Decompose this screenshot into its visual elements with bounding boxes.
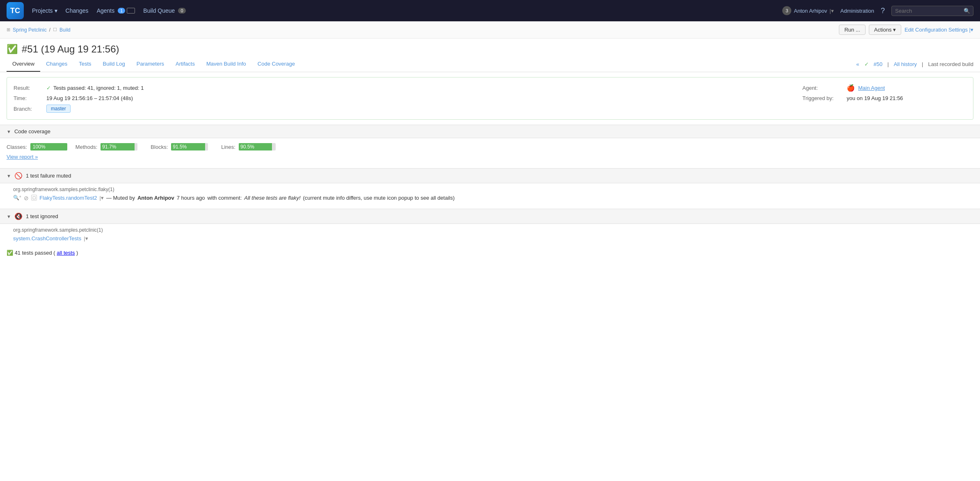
administration-link[interactable]: Administration bbox=[841, 8, 874, 14]
agent-label: Agent: bbox=[802, 85, 843, 91]
result-row: Result: ✓ Tests passed: 41, ignored: 1, … bbox=[14, 82, 966, 93]
coverage-bars: Classes: 100% Methods: 91.7% Blocks: 91.… bbox=[7, 143, 973, 150]
failure-test-link[interactable]: FlakyTests.randomTest2 bbox=[39, 195, 97, 201]
breadcrumb-bar: ⊞ Spring Petclinic / ☐ Build Run ... Act… bbox=[0, 21, 980, 39]
breadcrumb-actions: Run ... Actions ▾ Edit Configuration Set… bbox=[839, 25, 973, 35]
tests-passed-label: tests passed bbox=[22, 250, 52, 256]
project-link[interactable]: Spring Petclinic bbox=[13, 27, 47, 33]
branch-label: Branch: bbox=[14, 106, 46, 112]
ignored-test-dropdown-caret[interactable]: |▾ bbox=[84, 235, 88, 242]
tab-code-coverage[interactable]: Code Coverage bbox=[252, 57, 301, 72]
agents-nav-link[interactable]: Agents 1 bbox=[97, 7, 135, 14]
build-title: #51 (19 Aug 19 21:56) bbox=[22, 43, 119, 55]
ignored-test-link[interactable]: system.CrashControllerTests bbox=[13, 235, 81, 242]
top-navigation: TC Projects ▾ Changes Agents 1 Build Que… bbox=[0, 0, 980, 21]
time-value: 19 Aug 19 21:56:16 – 21:57:04 (48s) bbox=[46, 95, 133, 101]
agent-link[interactable]: Main Agent bbox=[858, 85, 885, 91]
test-ignored-group: org.springframework.samples.petclinic(1)… bbox=[0, 224, 980, 246]
projects-nav-link[interactable]: Projects ▾ bbox=[32, 7, 57, 14]
coverage-section: Classes: 100% Methods: 91.7% Blocks: 91.… bbox=[0, 138, 980, 165]
test-failure-group: org.springframework.samples.petclinic.fl… bbox=[0, 183, 980, 205]
tab-overview[interactable]: Overview bbox=[7, 57, 40, 72]
agent-section: Agent: 🍎 Main Agent bbox=[802, 84, 966, 92]
lines-coverage: Lines: 90.5% bbox=[221, 143, 281, 150]
build-icon: ☐ bbox=[53, 27, 57, 32]
separator-1: | bbox=[887, 61, 889, 67]
test-dropdown-caret[interactable]: |▾ bbox=[100, 195, 104, 201]
triggered-label: Triggered by: bbox=[802, 95, 843, 101]
muted-text: — Muted by bbox=[106, 195, 135, 201]
ignored-test-item: system.CrashControllerTests |▾ bbox=[7, 234, 973, 243]
prev-build-checkmark: ✓ bbox=[864, 61, 869, 67]
triggered-section: Triggered by: you on 19 Aug 19 21:56 bbox=[802, 95, 966, 101]
mute-circle-icon: ⊘ bbox=[24, 195, 29, 201]
methods-bar-fill bbox=[101, 143, 135, 150]
branch-row: Branch: master bbox=[14, 103, 966, 114]
run-button[interactable]: Run ... bbox=[839, 25, 865, 35]
tab-artifacts[interactable]: Artifacts bbox=[170, 57, 201, 72]
tab-maven-build-info[interactable]: Maven Build Info bbox=[201, 57, 252, 72]
triggered-value: you on 19 Aug 19 21:56 bbox=[847, 95, 903, 101]
build-queue-nav-link[interactable]: Build Queue 0 bbox=[143, 7, 185, 14]
last-recorded-build: Last recorded build bbox=[928, 61, 973, 67]
lines-bar: 90.5% bbox=[239, 143, 276, 150]
time-row: Time: 19 Aug 19 21:56:16 – 21:57:04 (48s… bbox=[14, 93, 966, 103]
classes-bar: 100% bbox=[30, 143, 67, 150]
result-check-icon: ✓ bbox=[46, 85, 51, 91]
methods-bar: 91.7% bbox=[101, 143, 137, 150]
tab-changes[interactable]: Changes bbox=[40, 57, 73, 72]
build-queue-badge: 0 bbox=[178, 8, 185, 14]
blocks-label: Blocks: bbox=[151, 144, 168, 150]
methods-coverage: Methods: 91.7% bbox=[75, 143, 142, 150]
tab-tests[interactable]: Tests bbox=[73, 57, 97, 72]
result-value: Tests passed: 41, ignored: 1, muted: 1 bbox=[53, 85, 144, 91]
prev-build-link[interactable]: #50 bbox=[874, 61, 883, 67]
ignored-group-name: org.springframework.samples.petclinic(1) bbox=[7, 226, 973, 234]
help-icon[interactable]: ? bbox=[881, 7, 885, 15]
muted-suffix: (current mute info differs, use mute ico… bbox=[303, 195, 455, 201]
triggered-item: Triggered by: you on 19 Aug 19 21:56 bbox=[802, 95, 903, 101]
all-history-link[interactable]: All history bbox=[894, 61, 917, 67]
muted-by: Anton Arhipov bbox=[137, 195, 174, 201]
result-label: Result: bbox=[14, 85, 46, 91]
build-success-icon: ✅ bbox=[7, 44, 18, 55]
classes-label: Classes: bbox=[7, 144, 27, 150]
branch-badge[interactable]: master bbox=[46, 105, 71, 113]
test-ignored-header[interactable]: ▼ 🔇 1 test ignored bbox=[0, 209, 980, 224]
all-tests-link[interactable]: all tests bbox=[57, 250, 75, 256]
methods-label: Methods: bbox=[75, 144, 97, 150]
tabs-bar: Overview Changes Tests Build Log Paramet… bbox=[0, 57, 980, 72]
user-count: 3 bbox=[782, 6, 791, 15]
code-coverage-header[interactable]: ▼ Code coverage bbox=[0, 125, 980, 138]
blocks-coverage: Blocks: 91.5% bbox=[151, 143, 213, 150]
view-report-link[interactable]: View report » bbox=[7, 154, 973, 160]
test-failure-header[interactable]: ▼ 🚫 1 test failure muted bbox=[0, 168, 980, 183]
tab-nav-right: « ✓ #50 | All history | Last recorded bu… bbox=[856, 61, 973, 67]
classes-coverage: Classes: 100% bbox=[7, 143, 67, 150]
coverage-chevron-icon: ▼ bbox=[7, 129, 11, 134]
user-name: Anton Arhipov bbox=[794, 8, 827, 14]
nav-right: 3 Anton Arhipov |▾ Administration ? 🔍 bbox=[782, 6, 973, 16]
user-info[interactable]: 3 Anton Arhipov |▾ bbox=[782, 6, 834, 15]
ignored-chevron-icon: ▼ bbox=[7, 214, 11, 219]
breadcrumb: ⊞ Spring Petclinic / ☐ Build bbox=[7, 27, 71, 33]
failure-group-name: org.springframework.samples.petclinic.fl… bbox=[7, 186, 973, 193]
build-info-box: Result: ✓ Tests passed: 41, ignored: 1, … bbox=[7, 77, 973, 120]
tab-parameters[interactable]: Parameters bbox=[131, 57, 170, 72]
search-input[interactable] bbox=[891, 6, 973, 16]
classes-bar-fill bbox=[30, 143, 67, 150]
test-scope-icon: □ bbox=[31, 195, 37, 201]
muted-comment-prefix: with comment: bbox=[207, 195, 242, 201]
build-link[interactable]: Build bbox=[59, 27, 71, 33]
actions-button[interactable]: Actions ▾ bbox=[869, 25, 901, 35]
coverage-section-title: Code coverage bbox=[14, 128, 50, 134]
teamcity-logo[interactable]: TC bbox=[7, 2, 24, 19]
lines-bar-fill bbox=[239, 143, 272, 150]
time-label: Time: bbox=[14, 95, 46, 101]
breadcrumb-separator: / bbox=[49, 27, 50, 33]
changes-nav-link[interactable]: Changes bbox=[66, 7, 89, 14]
edit-config-link[interactable]: Edit Configuration Settings |▾ bbox=[905, 27, 973, 33]
muted-comment: All these tests are flaky! bbox=[244, 195, 300, 201]
tab-build-log[interactable]: Build Log bbox=[97, 57, 131, 72]
search-icon: 🔍 bbox=[964, 8, 970, 14]
